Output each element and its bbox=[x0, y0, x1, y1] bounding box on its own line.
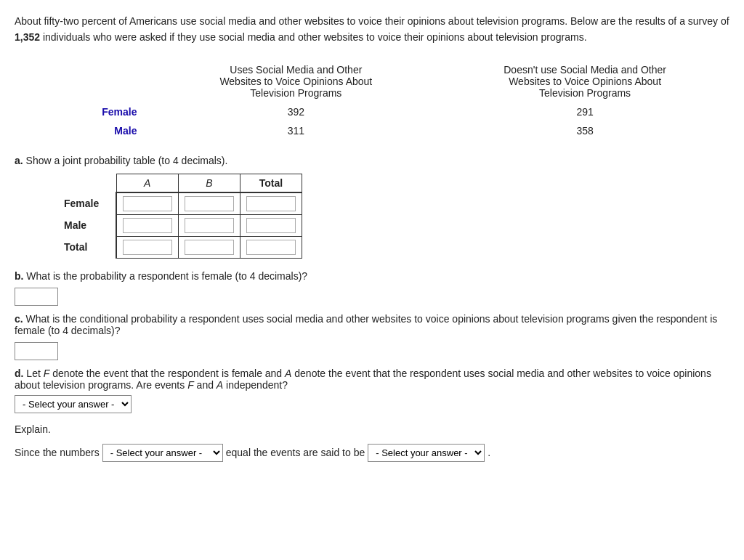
male-label: Male bbox=[114, 125, 137, 137]
cell-total-total[interactable] bbox=[240, 236, 302, 258]
part-b-input[interactable] bbox=[15, 288, 58, 306]
a-var2: A bbox=[217, 379, 223, 391]
joint-probability-table: A B Total Female Male Total bbox=[58, 174, 302, 259]
cell-male-a[interactable] bbox=[116, 214, 179, 236]
a-var: A bbox=[285, 368, 291, 379]
row-female-header: Female bbox=[58, 192, 116, 215]
col1-header: Uses Social Media and Other Websites to … bbox=[151, 60, 440, 102]
intro-paragraph: About fifty-two percent of Americans use… bbox=[15, 13, 729, 46]
part-d-select3[interactable]: - Select your answer - independent not i… bbox=[368, 444, 485, 462]
period: . bbox=[488, 444, 490, 462]
female-doesnt-value: 291 bbox=[440, 102, 729, 121]
input-male-total[interactable] bbox=[246, 218, 296, 233]
male-doesnt-value: 358 bbox=[440, 121, 729, 140]
input-female-b[interactable] bbox=[185, 196, 234, 211]
cell-male-total[interactable] bbox=[240, 214, 302, 236]
female-label: Female bbox=[102, 106, 137, 118]
explain-label: Explain. bbox=[15, 423, 729, 435]
input-female-a[interactable] bbox=[123, 196, 172, 211]
part-c-label: c. What is the conditional probability a… bbox=[15, 313, 729, 336]
female-uses-value: 392 bbox=[151, 102, 440, 121]
cell-total-b[interactable] bbox=[179, 236, 240, 258]
male-uses-value: 311 bbox=[151, 121, 440, 140]
input-male-a[interactable] bbox=[123, 218, 172, 233]
cell-total-a[interactable] bbox=[116, 236, 179, 258]
cell-female-a[interactable] bbox=[116, 192, 179, 215]
part-d-select1[interactable]: - Select your answer - Yes No bbox=[15, 395, 132, 413]
bold-number: 1,352 bbox=[15, 31, 40, 43]
cell-female-b[interactable] bbox=[179, 192, 240, 215]
input-total-a[interactable] bbox=[123, 240, 172, 255]
joint-probability-table-wrapper: A B Total Female Male Total bbox=[15, 174, 729, 259]
cell-male-b[interactable] bbox=[179, 214, 240, 236]
input-total-total[interactable] bbox=[246, 240, 296, 255]
col-total-header: Total bbox=[240, 174, 302, 192]
col-b-header: B bbox=[179, 174, 240, 192]
row-total-header: Total bbox=[58, 236, 116, 258]
col-a-header: A bbox=[116, 174, 179, 192]
row-male-header: Male bbox=[58, 214, 116, 236]
since-text-container: Since the numbers - Select your answer -… bbox=[15, 439, 729, 466]
since-text-before: Since the numbers bbox=[15, 444, 100, 462]
part-d-label: d. Let F denote the event that the respo… bbox=[15, 368, 729, 391]
part-a-label: a. Show a joint probability table (to 4 … bbox=[15, 155, 729, 166]
f-var: F bbox=[44, 368, 50, 379]
col2-header: Doesn't use Social Media and Other Websi… bbox=[440, 60, 729, 102]
input-male-b[interactable] bbox=[185, 218, 234, 233]
part-c-input[interactable] bbox=[15, 342, 58, 360]
survey-data-table: Uses Social Media and Other Websites to … bbox=[15, 60, 729, 140]
f-var2: F bbox=[187, 379, 194, 391]
part-b-label: b. What is the probability a respondent … bbox=[15, 270, 729, 282]
cell-female-total[interactable] bbox=[240, 192, 302, 215]
input-total-b[interactable] bbox=[185, 240, 234, 255]
part-d-select2[interactable]: - Select your answer - P(A) and P(A|F) P… bbox=[102, 444, 223, 462]
since-text-mid: equal the events are said to be bbox=[226, 444, 365, 462]
input-female-total[interactable] bbox=[246, 196, 296, 211]
